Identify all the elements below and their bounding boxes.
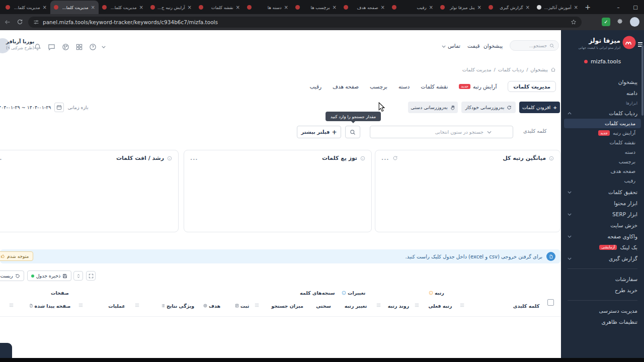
breadcrumb-item[interactable]: پیشخوان — [530, 67, 548, 72]
sidebar-scrollbar[interactable] — [641, 45, 643, 116]
column-menu-icon[interactable] — [255, 303, 259, 307]
th-serp-features[interactable]: ویژگی نتایج — [159, 301, 196, 310]
tab-close-icon[interactable]: × — [236, 5, 240, 10]
tab-category[interactable]: دسته — [398, 83, 410, 89]
bookmark-star-icon[interactable] — [571, 19, 577, 25]
browser-tab[interactable]: دسته ها× — [244, 1, 292, 14]
sidebar-item-competitor[interactable]: رقیب — [561, 176, 644, 186]
header-search[interactable] — [510, 40, 559, 51]
fullscreen-table-button[interactable] — [86, 271, 96, 281]
sidebar-item-backlink[interactable]: بک لینکآزمایشی — [561, 242, 644, 253]
tab-close-icon[interactable]: × — [284, 5, 288, 10]
refresh-icon[interactable] — [17, 19, 23, 25]
sidebar-item-category[interactable]: دسته — [561, 147, 644, 157]
bell-icon[interactable] — [34, 43, 41, 51]
sidebar-item-orders[interactable]: سفارشات — [561, 274, 644, 285]
domain-selector[interactable]: mizfa.tools — [561, 58, 644, 65]
sidebar-item-appearance-settings[interactable]: تنظیمات ظاهری — [561, 316, 644, 327]
site-settings-icon[interactable] — [33, 19, 39, 25]
tab-target-page[interactable]: صفحه هدف — [333, 83, 359, 89]
tab-close-icon[interactable]: × — [43, 5, 47, 10]
tab-tag[interactable]: برچسب — [370, 83, 387, 89]
home-icon[interactable] — [550, 67, 556, 72]
browser-profile-avatar[interactable] — [630, 17, 639, 27]
tab-close-icon[interactable]: × — [526, 5, 530, 10]
browser-tab[interactable]: مدیریت کلما...× — [99, 1, 147, 14]
browser-tab[interactable]: پنل میزفا تولز× — [437, 1, 485, 14]
column-menu-icon[interactable] — [135, 303, 139, 307]
sidebar-item-tag[interactable]: برچسب — [561, 157, 644, 166]
browser-tab[interactable]: برچسب ها× — [292, 1, 340, 14]
tab-competitor[interactable]: رقیب — [310, 83, 322, 89]
sidebar-item-rank-arrangement[interactable]: آرایش رتبهجدید — [561, 128, 644, 138]
breadcrumb-item[interactable]: مدیریت کلمات — [462, 67, 492, 72]
date-range-value[interactable]: ۱۴۰۴-۰۱-۲۹ ~ ۱۴۰۴-۰۱-۲۹ — [0, 105, 51, 110]
new-tab-button[interactable]: + — [582, 1, 594, 13]
apps-grid-icon[interactable] — [75, 43, 83, 51]
add-keywords-button[interactable]: + افزودن کلمات — [519, 102, 560, 113]
header-search-input[interactable] — [514, 43, 547, 48]
card-menu-icon[interactable]: ... — [381, 155, 389, 161]
sidebar-item-access-management[interactable]: مدیریت دسترسی — [561, 305, 644, 316]
window-minimize-button[interactable]: – — [610, 0, 627, 14]
sidebar-item-serp-tools[interactable]: ابزار SERP — [561, 209, 644, 220]
browser-tab[interactable]: نقشه کلمات× — [195, 1, 244, 14]
sidebar-item-keyword-tracker[interactable]: ردیاب کلمات — [561, 108, 644, 119]
tab-close-icon[interactable]: × — [381, 5, 385, 10]
extension-icon[interactable]: ✓ — [602, 18, 610, 26]
help-icon[interactable] — [89, 43, 97, 51]
th-keyword[interactable]: کلمه کلیدی — [509, 301, 543, 310]
dismiss-notice-button[interactable]: متوجه شدم — [0, 251, 33, 261]
sidebar-item-dashboard[interactable]: پیشخوان — [561, 76, 644, 87]
sidebar-item-reporting[interactable]: گزارش گیری — [561, 253, 644, 264]
info-icon[interactable] — [429, 291, 433, 295]
tab-close-icon[interactable]: × — [429, 5, 433, 10]
browser-tab[interactable]: صفحه هدف× — [340, 1, 388, 14]
tab-close-icon[interactable]: × — [574, 5, 578, 10]
messages-icon[interactable] — [48, 43, 55, 51]
refresh-icon[interactable] — [392, 155, 398, 161]
column-menu-icon[interactable] — [376, 303, 381, 307]
header-link-pricing[interactable]: قیمت — [467, 43, 480, 49]
th-difficulty[interactable]: سختی — [313, 301, 334, 310]
th-rank-trend[interactable]: روند رتبه — [383, 301, 414, 310]
tab-rank-arrangement[interactable]: آرایش رتبهجدید — [459, 83, 497, 89]
tab-close-icon[interactable]: × — [91, 5, 95, 10]
extensions-puzzle-icon[interactable] — [617, 19, 623, 25]
brand-logo[interactable] — [622, 36, 636, 49]
back-icon[interactable] — [4, 19, 11, 26]
sidebar-item-domain[interactable]: دامنه — [561, 87, 644, 99]
th-registered[interactable]: ثبت — [229, 301, 255, 310]
browser-tab[interactable]: رقیب× — [388, 1, 437, 14]
tab-close-icon[interactable]: × — [139, 5, 143, 10]
reset-table-button[interactable]: ریست — [0, 270, 24, 281]
sidebar-item-keyword-management[interactable]: مدیریت کلمات — [564, 119, 641, 128]
calendar-icon[interactable] — [54, 103, 64, 112]
sidebar-item-buy-plan[interactable]: خرید طرح — [561, 285, 644, 296]
th-rank-change[interactable]: تغییر رتبه — [340, 301, 371, 310]
sidebar-item-site-crawl[interactable]: خزش سایت — [561, 220, 644, 231]
theme-icon[interactable] — [62, 43, 69, 51]
address-bar[interactable]: panel.mizfa.tools/keyword-tracker/keywor… — [28, 17, 582, 28]
browser-tab-active[interactable]: مدیریت کلما...× — [50, 1, 99, 14]
tab-close-icon[interactable]: × — [333, 5, 337, 10]
search-button[interactable] — [345, 126, 360, 138]
breadcrumb-item[interactable]: ردیاب کلمات — [498, 67, 524, 72]
auto-update-button[interactable]: به‌روزرسانی خودکار — [461, 102, 516, 113]
th-actions[interactable]: عملیات — [105, 301, 129, 310]
browser-tab[interactable]: گزارش گیری× — [485, 1, 533, 14]
more-filters-button[interactable]: + فیلتر بیشتر — [297, 126, 341, 138]
support-chat-widget[interactable] — [0, 343, 12, 358]
header-link-dashboard[interactable]: پیشخوان — [484, 43, 503, 49]
column-search-combo[interactable] — [370, 126, 513, 138]
sidebar-item-page-analysis[interactable]: واکاوی صفحه — [561, 231, 644, 242]
column-search-input[interactable] — [374, 126, 484, 138]
tab-close-icon[interactable]: × — [477, 5, 481, 10]
sidebar-item-keyword-map[interactable]: نقشه کلمات — [561, 138, 644, 147]
select-all-checkbox[interactable] — [547, 299, 554, 306]
header-link-contact[interactable]: تماس — [448, 43, 460, 49]
info-icon[interactable] — [342, 291, 346, 295]
card-menu-icon[interactable]: ... — [190, 155, 198, 161]
sidebar-item-content-tools[interactable]: ابزار محتوا — [561, 198, 644, 209]
column-menu-icon[interactable] — [78, 303, 83, 307]
